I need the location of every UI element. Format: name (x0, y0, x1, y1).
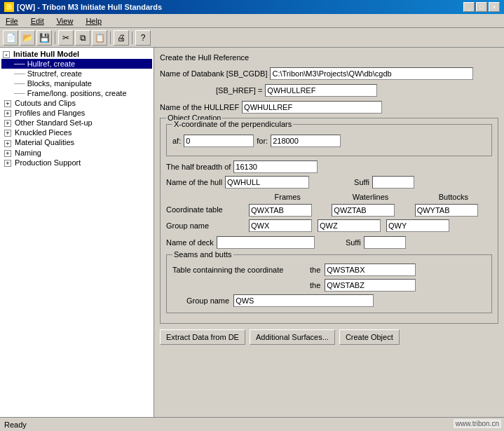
menu-file[interactable]: File (3, 16, 21, 26)
seams-title: Seams and butts (172, 250, 233, 259)
print-button[interactable]: 🖨 (114, 30, 129, 46)
deck-input[interactable] (217, 236, 315, 249)
hull-row: Name of the hull Suffi (166, 176, 492, 189)
frames-header: Frames (249, 193, 326, 201)
action-buttons: Extract Data from DE Additional Surfaces… (160, 329, 498, 345)
halfbreadth-label: The half breadth of (166, 163, 231, 171)
hull-input[interactable] (225, 176, 309, 189)
for-input[interactable] (271, 135, 341, 147)
seams-table-label: Table containning the coordinate (172, 266, 306, 274)
suffi-label: Suffi (354, 178, 369, 186)
blocks-line: ── (14, 79, 25, 88)
coordinate-section: Coordinate table Frames Waterlines Butto… (166, 193, 492, 232)
material-expand-icon[interactable]: + (4, 140, 11, 147)
xcoord-title: X-coordinate of the perpendiculars (172, 120, 293, 128)
waterlines-group-input[interactable] (318, 219, 381, 232)
profiles-expand-icon[interactable]: + (4, 110, 11, 117)
seams-group-label: Group name (172, 296, 229, 305)
status-text: Ready (4, 420, 27, 429)
seams-group-input[interactable] (233, 294, 374, 307)
seams-the1-label: the (310, 266, 320, 274)
sidebar-item-cutouts[interactable]: + Cutouts and Clips (1, 98, 152, 108)
sidebar-item-production[interactable]: + Production Support (1, 158, 152, 167)
databank-group: Name of Databank [SB_CGDB] (160, 67, 498, 80)
knuckled-expand-icon[interactable]: + (4, 130, 11, 137)
sidebar-item-blocks[interactable]: ── Blocks, manipulate (1, 78, 152, 88)
extract-button[interactable]: Extract Data from DE (160, 329, 245, 345)
minimize-button[interactable]: _ (463, 2, 475, 12)
sidebar-item-profiles[interactable]: + Profiles and Flanges (1, 108, 152, 118)
af-label: af: (172, 137, 181, 145)
cut-button[interactable]: ✂ (58, 30, 74, 46)
deck-row: Name of deck Suffi (166, 236, 492, 249)
open-button[interactable]: 📂 (20, 30, 35, 46)
menu-edit[interactable]: Edit (28, 16, 47, 26)
title-bar: ⊞ [QW] - Tribon M3 Initiate Hull Standar… (0, 0, 504, 14)
other-expand-icon[interactable]: + (4, 120, 11, 127)
halfbreadth-input[interactable] (233, 160, 318, 173)
cutouts-expand-icon[interactable]: + (4, 100, 11, 107)
sbhref-input[interactable] (265, 84, 377, 97)
sidebar-item-knuckled[interactable]: + Knuckled Pieces (1, 128, 152, 137)
naming-expand-icon[interactable]: + (4, 150, 11, 157)
toolbar-sep1 (55, 32, 55, 44)
maximize-button[interactable]: □ (476, 2, 487, 12)
sidebar-item-hullref[interactable]: ── Hullref, create (1, 59, 152, 69)
object-creation-group: Object Creation X-coordinate of the perp… (160, 118, 498, 324)
databank-input[interactable] (270, 67, 473, 80)
sidebar-root[interactable]: - Initiate Hull Model (1, 49, 152, 59)
frames-group-input[interactable] (249, 219, 312, 232)
help-button[interactable]: ? (135, 30, 151, 46)
hullref-line: ── (14, 60, 25, 68)
close-button[interactable]: × (489, 2, 500, 12)
additional-button[interactable]: Additional Surfaces... (250, 329, 335, 345)
waterlines-coord-input[interactable] (332, 204, 395, 217)
app-icon: ⊞ (4, 2, 14, 12)
coord-table-label: Coordinate table (166, 193, 243, 214)
sbhref-label: [SB_HREF] = (216, 86, 262, 95)
create-button[interactable]: Create Object (339, 329, 400, 345)
seams-the2-label: the (310, 281, 320, 289)
deck-suffi-label: Suffi (346, 238, 361, 247)
toolbar-sep3 (132, 32, 132, 44)
for-label: for: (257, 137, 268, 145)
hullref-label: Name of the HULLREF (160, 103, 239, 111)
sbhref-group: [SB_HREF] = (160, 84, 498, 97)
sidebar-item-frame[interactable]: ── Frame/long. positions, create (1, 88, 152, 98)
paste-button[interactable]: 📋 (92, 30, 107, 46)
buttocks-group-input[interactable] (386, 219, 449, 232)
seams-value1-input[interactable] (325, 264, 416, 276)
sidebar-item-structref[interactable]: ── Structref, create (1, 69, 152, 78)
hull-label: Name of the hull (166, 178, 222, 186)
root-expand-icon[interactable]: - (3, 51, 10, 58)
hullref-group: Name of the HULLREF (160, 101, 498, 114)
toolbar-sep2 (110, 32, 111, 44)
status-bar: Ready (0, 417, 504, 431)
deck-suffi-input[interactable] (364, 236, 406, 249)
menu-help[interactable]: Help (83, 16, 104, 26)
window-title: [QW] - Tribon M3 Initiate Hull Standards (17, 3, 162, 11)
watermark: www.tribon.cn (454, 419, 501, 428)
hullref-input[interactable] (242, 101, 382, 114)
deck-label: Name of deck (166, 238, 214, 247)
sidebar-item-material[interactable]: + Material Qualities (1, 137, 152, 147)
structref-line: ── (14, 69, 25, 78)
sidebar-item-other[interactable]: + Other Standard Set-up (1, 118, 152, 128)
buttocks-coord-input[interactable] (415, 204, 478, 217)
section-title: Create the Hull Reference (160, 53, 498, 62)
production-expand-icon[interactable]: + (4, 160, 11, 167)
sidebar-item-naming[interactable]: + Naming (1, 148, 152, 158)
menu-bar: File Edit View Help (0, 14, 504, 28)
copy-button[interactable]: ⧉ (75, 30, 90, 46)
waterlines-col: Waterlines (332, 193, 409, 217)
content-area: Create the Hull Reference Name of Databa… (154, 48, 504, 417)
save-button[interactable]: 💾 (36, 30, 52, 46)
suffi-input[interactable] (372, 176, 414, 189)
new-button[interactable]: 📄 (3, 30, 18, 46)
seams-value2-input[interactable] (325, 279, 416, 292)
main-area: - Initiate Hull Model ── Hullref, create… (0, 48, 504, 417)
menu-view[interactable]: View (54, 16, 76, 26)
af-input[interactable] (184, 135, 254, 147)
toolbar: 📄 📂 💾 ✂ ⧉ 📋 🖨 ? (0, 28, 504, 48)
frames-coord-input[interactable] (249, 204, 312, 217)
